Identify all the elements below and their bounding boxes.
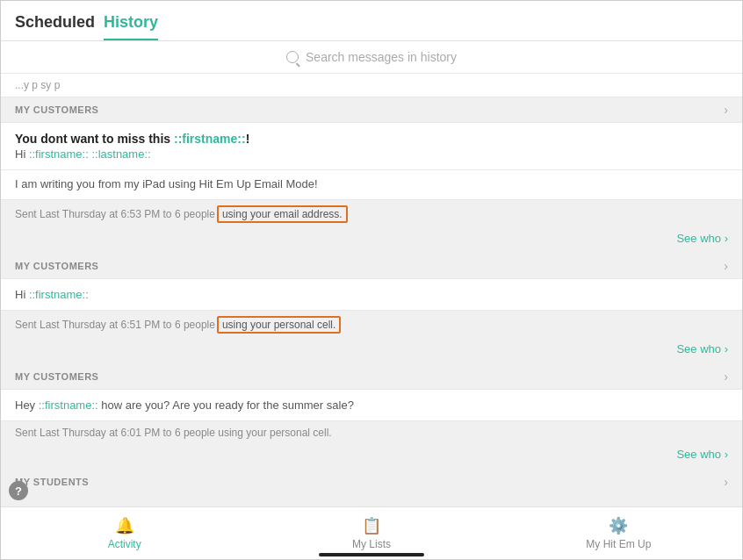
section-label-1: MY CUSTOMERS bbox=[15, 104, 98, 115]
section-header-1: MY CUSTOMERS › bbox=[1, 97, 742, 122]
search-bar: Search messages in history bbox=[1, 41, 742, 74]
section-label-3: MY CUSTOMERS bbox=[15, 371, 98, 382]
see-who-link-2[interactable]: See who › bbox=[676, 342, 728, 355]
see-who-3: See who › bbox=[1, 444, 742, 468]
header: Scheduled History bbox=[1, 1, 742, 41]
nav-hit-em-up-label: My Hit Em Up bbox=[586, 538, 651, 550]
message-card-2: Hi ::firstname:: bbox=[1, 278, 742, 311]
sent-info-3: Sent Last Thursday at 6:01 PM to 6 peopl… bbox=[1, 421, 742, 444]
firstname-tag-4: ::firstname:: bbox=[39, 398, 98, 412]
message-section-1: MY CUSTOMERS › You dont want to miss thi… bbox=[1, 97, 742, 252]
firstname-tag-2: ::firstname:: bbox=[29, 147, 89, 161]
section-chevron-4[interactable]: › bbox=[724, 475, 728, 489]
sent-info-2: Sent Last Thursday at 6:51 PM to 6 peopl… bbox=[1, 311, 742, 339]
partial-text: ...y p sy p bbox=[15, 79, 60, 91]
see-who-link-1[interactable]: See who › bbox=[676, 232, 728, 245]
section-chevron-1[interactable]: › bbox=[724, 103, 728, 117]
message-section-3: MY CUSTOMERS › Hey ::firstname:: how are… bbox=[1, 364, 742, 468]
search-input-wrapper[interactable]: Search messages in history bbox=[286, 50, 457, 64]
nav-hit-em-up[interactable]: ⚙️ My Hit Em Up bbox=[495, 509, 742, 557]
partial-top-row: ...y p sy p bbox=[1, 74, 742, 97]
nav-activity-label: Activity bbox=[108, 538, 141, 550]
sent-highlight-2: using your personal cell. bbox=[217, 316, 341, 334]
section-chevron-3[interactable]: › bbox=[724, 370, 728, 384]
main-content: ...y p sy p MY CUSTOMERS › You dont want… bbox=[1, 74, 742, 506]
sent-prefix-3: Sent Last Thursday at 6:01 PM to 6 peopl… bbox=[15, 427, 332, 439]
sent-highlight-1: using your email address. bbox=[217, 205, 348, 223]
message-preview-2: Hi ::firstname:: bbox=[15, 288, 728, 301]
hit-em-up-icon: ⚙️ bbox=[609, 516, 628, 535]
see-who-1: See who › bbox=[1, 228, 742, 252]
nav-lists-label: My Lists bbox=[352, 538, 391, 550]
see-who-2: See who › bbox=[1, 339, 742, 363]
activity-icon: 🔔 bbox=[115, 516, 134, 535]
section-header-2: MY CUSTOMERS › bbox=[1, 254, 742, 278]
tab-scheduled[interactable]: Scheduled bbox=[15, 13, 95, 40]
message-preview-3: Hey ::firstname:: how are you? Are you r… bbox=[15, 398, 728, 412]
message-section-4: MY STUDENTS › bbox=[1, 470, 742, 494]
tab-history[interactable]: History bbox=[104, 13, 158, 40]
lastname-tag-1: ::lastname:: bbox=[91, 147, 150, 161]
help-icon[interactable]: ? bbox=[9, 481, 28, 500]
sent-prefix-2: Sent Last Thursday at 6:51 PM to 6 peopl… bbox=[15, 319, 215, 331]
bottom-nav: 🔔 Activity 📋 My Lists ⚙️ My Hit Em Up bbox=[1, 506, 742, 559]
search-icon bbox=[286, 51, 299, 63]
message-subject-1: You dont want to miss this ::firstname::… bbox=[15, 132, 728, 146]
lists-icon: 📋 bbox=[362, 516, 381, 535]
message-card-3: Hey ::firstname:: how are you? Are you r… bbox=[1, 389, 742, 421]
nav-activity[interactable]: 🔔 Activity bbox=[1, 509, 248, 557]
section-chevron-2[interactable]: › bbox=[724, 259, 728, 273]
message-body-1: I am writing you from my iPad using Hit … bbox=[1, 170, 742, 200]
section-header-4: MY STUDENTS › bbox=[1, 470, 742, 494]
search-placeholder: Search messages in history bbox=[306, 50, 457, 64]
bottom-indicator bbox=[319, 553, 424, 556]
sent-info-1: Sent Last Thursday at 6:53 PM to 6 peopl… bbox=[1, 200, 742, 228]
sent-prefix-1: Sent Last Thursday at 6:53 PM to 6 peopl… bbox=[15, 208, 215, 220]
message-card-1: You dont want to miss this ::firstname::… bbox=[1, 122, 742, 170]
section-header-3: MY CUSTOMERS › bbox=[1, 364, 742, 389]
firstname-tag: ::firstname:: bbox=[174, 132, 246, 146]
firstname-tag-3: ::firstname:: bbox=[29, 288, 89, 301]
see-who-link-3[interactable]: See who › bbox=[676, 448, 728, 461]
nav-lists[interactable]: 📋 My Lists bbox=[248, 509, 494, 557]
header-tabs: Scheduled History bbox=[15, 13, 728, 40]
section-label-2: MY CUSTOMERS bbox=[15, 261, 98, 271]
message-section-2: MY CUSTOMERS › Hi ::firstname:: Sent Las… bbox=[1, 254, 742, 363]
message-preview-1: Hi ::firstname:: ::lastname:: bbox=[15, 147, 728, 161]
